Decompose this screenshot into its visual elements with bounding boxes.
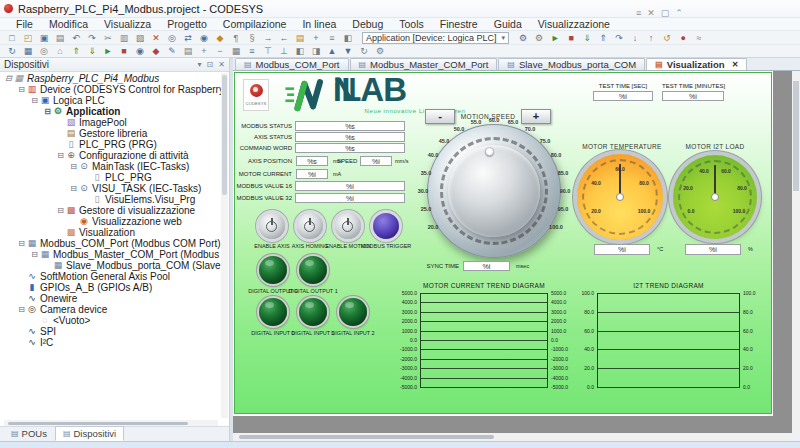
pin-icon[interactable]: ⊡ bbox=[207, 60, 214, 70]
menu-item[interactable]: Debug bbox=[344, 18, 391, 30]
menu-item[interactable]: Modifica bbox=[41, 18, 96, 30]
login-icon[interactable]: ⇓ bbox=[579, 32, 595, 44]
menu-item[interactable]: Compilazione bbox=[215, 18, 295, 30]
tree-item-imagepool[interactable]: ImagePool bbox=[0, 117, 221, 128]
power-button-icon[interactable] bbox=[297, 213, 323, 239]
device-tree-vertical-scrollbar[interactable] bbox=[221, 73, 228, 418]
align-bottom-icon[interactable]: ⊥ bbox=[276, 45, 292, 57]
undo-icon[interactable]: ↶ bbox=[68, 32, 84, 44]
step-out-icon[interactable]: ↑ bbox=[643, 32, 659, 44]
editor-tab-modbus-com-port[interactable]: ▤ Modbus_COM_Port ✕ bbox=[235, 58, 349, 70]
menu-item[interactable]: Finestre bbox=[432, 18, 486, 30]
motion-speed-decrease-button[interactable]: - bbox=[425, 109, 455, 124]
save-icon[interactable]: ▣ bbox=[36, 32, 52, 44]
motion-speed-knob[interactable] bbox=[427, 124, 561, 258]
editor-tab-visualization[interactable]: ▤ Visualization ✕ bbox=[646, 58, 747, 70]
tree-item-application[interactable]: ⊟ Application bbox=[0, 106, 221, 117]
power-button-icon[interactable] bbox=[259, 213, 285, 239]
align-top-icon[interactable]: ⊤ bbox=[260, 45, 276, 57]
force-values-icon[interactable]: ◆ bbox=[148, 45, 164, 57]
start-all-icon[interactable]: ► bbox=[100, 45, 116, 57]
tree-item-softmotion-axis-pool[interactable]: SoftMotion General Axis Pool bbox=[0, 271, 221, 282]
tree-item-spi[interactable]: SPI bbox=[0, 326, 221, 337]
stop-icon[interactable]: ■ bbox=[563, 32, 579, 44]
step-into-icon[interactable]: ↓ bbox=[627, 32, 643, 44]
bring-front-icon[interactable]: ▲ bbox=[324, 45, 340, 57]
tree-item-task-configuration[interactable]: ⊟ Configurazione di attività bbox=[0, 150, 221, 161]
rebuild-icon[interactable]: ⚙ bbox=[531, 32, 547, 44]
menu-item[interactable]: File bbox=[8, 18, 41, 30]
modbus-trigger-button[interactable]: MODBUS TRIGGER bbox=[367, 213, 405, 253]
scrollbar-thumb[interactable] bbox=[793, 81, 799, 191]
run-icon[interactable]: ► bbox=[547, 32, 563, 44]
menu-item[interactable]: In linea bbox=[294, 18, 344, 30]
tree-expander-icon[interactable]: ⊟ bbox=[56, 150, 65, 161]
minimize-icon[interactable]: ⌃ bbox=[675, 8, 683, 18]
tree-item-modbus-com-port[interactable]: ⊟ Modbus_COM_Port (Modbus COM Port) bbox=[0, 238, 221, 249]
refresh-icon[interactable]: ↻ bbox=[4, 45, 20, 57]
axis-status-field[interactable]: %s bbox=[295, 132, 405, 142]
comment-icon[interactable]: ¶ bbox=[228, 32, 244, 44]
tree-item-i2c[interactable]: I²C bbox=[0, 337, 221, 348]
send-back-icon[interactable]: ▼ bbox=[340, 45, 356, 57]
tree-item-plc-prg[interactable]: PLC_PRG (PRG) bbox=[0, 139, 221, 150]
ungroup-icon[interactable]: ◨ bbox=[308, 45, 324, 57]
zoom-in-icon[interactable]: + bbox=[196, 45, 212, 57]
add-object-icon[interactable]: + bbox=[308, 32, 324, 44]
logout-icon[interactable]: ⇑ bbox=[595, 32, 611, 44]
menu-item[interactable]: Tools bbox=[391, 18, 432, 30]
tree-item-gpios[interactable]: GPIOs_A_B (GPIOs A/B) bbox=[0, 282, 221, 293]
test-time-minutes-field[interactable]: %i bbox=[662, 91, 724, 101]
sidebar-tab-dispositivi[interactable]: ▤Dispositivi bbox=[55, 426, 124, 441]
download-icon[interactable]: ⇓ bbox=[84, 45, 100, 57]
align-left-icon[interactable]: ≡ bbox=[244, 45, 260, 57]
tree-expander-icon[interactable]: ⊟ bbox=[43, 106, 52, 117]
editor-horizontal-scrollbar[interactable] bbox=[233, 433, 792, 441]
reset-icon[interactable]: ↺ bbox=[659, 32, 675, 44]
close-tab-icon[interactable]: ✕ bbox=[732, 60, 739, 69]
tree-expander-icon[interactable]: ⊟ bbox=[4, 73, 13, 84]
tree-item-visuelems-visu-prg[interactable]: VisuElems.Visu_Prg bbox=[0, 194, 221, 205]
tree-item-maintask-plc-prg[interactable]: PLC_PRG bbox=[0, 172, 221, 183]
upload-icon[interactable]: ⇑ bbox=[68, 45, 84, 57]
redo-icon[interactable]: ↷ bbox=[84, 32, 100, 44]
motion-speed-increase-button[interactable]: + bbox=[521, 109, 551, 124]
tree-item-slave-modbus-porta-com[interactable]: Slave_Modbus_porta_COM (Slave Modbus, po… bbox=[0, 260, 221, 271]
close-icon[interactable]: ✕ bbox=[218, 60, 225, 70]
editor-vertical-scrollbar[interactable] bbox=[792, 71, 800, 433]
tree-expander-icon[interactable]: ⊟ bbox=[69, 161, 78, 172]
grid-icon[interactable]: ▦ bbox=[228, 45, 244, 57]
motor-current-field[interactable]: %i bbox=[296, 169, 328, 179]
test-time-sec-field[interactable]: %i bbox=[593, 91, 653, 101]
uncomment-icon[interactable]: § bbox=[244, 32, 260, 44]
rotate-icon[interactable]: ↻ bbox=[356, 45, 372, 57]
group-icon[interactable]: ◧ bbox=[292, 45, 308, 57]
input-assistant-icon[interactable]: ≡ bbox=[324, 32, 340, 44]
modbus-status-field[interactable]: %s bbox=[295, 121, 405, 131]
menu-item[interactable]: Guida bbox=[486, 18, 530, 30]
editor-tab-modbus-master-com-port[interactable]: ▤ Modbus_Master_COM_Port ✕ bbox=[350, 58, 498, 70]
open-project-icon[interactable]: ◰ bbox=[20, 32, 36, 44]
settings-icon[interactable]: ⚙ bbox=[372, 45, 388, 57]
copy-icon[interactable]: ▥ bbox=[116, 32, 132, 44]
tree-item-visualization[interactable]: Visualization bbox=[0, 227, 221, 238]
flow-control-icon[interactable]: ≈ bbox=[691, 32, 707, 44]
menu-item[interactable]: Visualizzazione bbox=[530, 18, 618, 30]
speed-field[interactable]: %i bbox=[360, 156, 392, 166]
paste-icon[interactable]: ▨ bbox=[132, 32, 148, 44]
command-word-field[interactable]: %s bbox=[295, 143, 405, 153]
find-icon[interactable]: ◎ bbox=[164, 32, 180, 44]
device-icon[interactable]: ▦ bbox=[20, 45, 36, 57]
modbus-value-16-field[interactable]: %i bbox=[295, 181, 405, 191]
outdent-icon[interactable]: ← bbox=[276, 32, 292, 44]
breakpoint-icon[interactable]: ● bbox=[675, 32, 691, 44]
modbus-value-32-field[interactable]: %i bbox=[295, 193, 405, 203]
write-values-icon[interactable]: ✎ bbox=[164, 45, 180, 57]
chevron-down-icon[interactable]: ▾ bbox=[198, 60, 202, 70]
sync-time-field[interactable]: %i bbox=[463, 261, 510, 271]
compare-icon[interactable]: ◧ bbox=[340, 32, 356, 44]
power-button-icon[interactable] bbox=[335, 213, 361, 239]
tree-expander-icon[interactable]: ⊟ bbox=[69, 183, 78, 194]
bookmark-icon[interactable]: ◆ bbox=[212, 32, 228, 44]
menu-icon[interactable]: ≡ bbox=[636, 8, 641, 18]
